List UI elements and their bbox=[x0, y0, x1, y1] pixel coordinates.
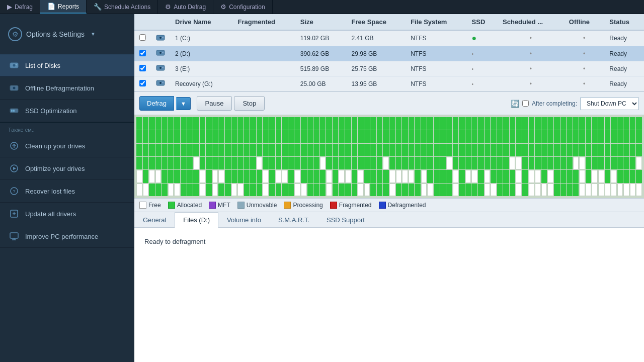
list-of-disks-label: List of Disks bbox=[25, 62, 60, 69]
grid-cell bbox=[579, 157, 585, 169]
grid-cell bbox=[421, 184, 427, 196]
col-free-space[interactable]: Free Space bbox=[347, 14, 406, 30]
sidebar-item-optimize[interactable]: Optimize your drives bbox=[0, 157, 134, 180]
row-drive-icon-cell bbox=[151, 30, 170, 46]
grid-cell bbox=[547, 117, 553, 130]
tab-files[interactable]: Files (D:) bbox=[175, 212, 218, 228]
legend-free: Free bbox=[139, 202, 161, 209]
tab-volume[interactable]: Volume info bbox=[218, 212, 270, 228]
table-row[interactable]: Recovery (G:) 25.00 GB 13.95 GB NTFS • •… bbox=[134, 76, 644, 92]
grid-cell bbox=[294, 170, 300, 183]
grid-cell bbox=[320, 130, 326, 143]
nav-item-auto-defrag[interactable]: ⚙ Auto Defrag bbox=[158, 0, 213, 14]
stop-button[interactable]: Stop bbox=[234, 96, 265, 111]
grid-cell bbox=[370, 157, 376, 169]
grid-cell bbox=[478, 117, 484, 130]
row-checkbox-cell[interactable] bbox=[134, 46, 151, 61]
tab-general[interactable]: General bbox=[134, 212, 175, 228]
grid-cell bbox=[206, 157, 212, 169]
after-completing-checkbox[interactable] bbox=[522, 100, 529, 107]
grid-cell bbox=[352, 170, 358, 183]
grid-cell bbox=[212, 130, 218, 143]
grid-cell bbox=[547, 184, 553, 196]
grid-cell bbox=[623, 130, 629, 143]
grid-cell bbox=[250, 184, 256, 196]
row-checkbox[interactable] bbox=[139, 80, 146, 86]
svg-rect-31 bbox=[162, 67, 164, 68]
grid-cell bbox=[579, 117, 585, 130]
grid-cell bbox=[389, 117, 395, 130]
row-status: Ready bbox=[604, 61, 644, 76]
pause-button[interactable]: Pause bbox=[197, 96, 232, 111]
nav-item-reports[interactable]: 📄 Reports bbox=[40, 0, 87, 14]
col-offline[interactable]: Offline bbox=[564, 14, 604, 30]
refresh-icon[interactable]: 🔄 bbox=[511, 100, 519, 108]
nav-item-config[interactable]: ⚙ Configuration bbox=[213, 0, 272, 14]
grid-cell bbox=[193, 157, 199, 169]
grid-cell bbox=[421, 130, 427, 143]
grid-cell bbox=[592, 157, 598, 169]
sidebar-item-improve-pc[interactable]: Improve PC performance bbox=[0, 225, 134, 248]
defrag-dropdown-button[interactable]: ▼ bbox=[176, 97, 191, 110]
row-size: 119.02 GB bbox=[295, 30, 347, 46]
tab-smart[interactable]: S.M.A.R.T. bbox=[270, 212, 318, 228]
also-label: Также см.: bbox=[0, 122, 134, 135]
options-settings-button[interactable]: ⚙ Options & Settings ▼ bbox=[0, 14, 134, 54]
grid-cell bbox=[244, 184, 250, 196]
grid-cell bbox=[471, 130, 477, 143]
grid-cell bbox=[181, 130, 187, 143]
nav-item-schedule[interactable]: 🔧 Schedule Actions bbox=[87, 0, 158, 14]
grid-cell bbox=[212, 170, 218, 183]
col-scheduled[interactable]: Scheduled ... bbox=[498, 14, 564, 30]
col-status[interactable]: Status bbox=[604, 14, 644, 30]
svg-point-34 bbox=[160, 82, 161, 83]
grid-cell bbox=[586, 117, 592, 130]
sidebar-item-update-drivers[interactable]: Update all drivers bbox=[0, 203, 134, 225]
col-size[interactable]: Size bbox=[295, 14, 347, 30]
defrag-button[interactable]: Defrag bbox=[139, 96, 174, 111]
table-row[interactable]: 2 (D:) 390.62 GB 29.98 GB NTFS • • • Rea… bbox=[134, 46, 644, 61]
grid-cell bbox=[345, 117, 351, 130]
grid-cell bbox=[485, 130, 491, 143]
row-ssd: • bbox=[467, 46, 498, 61]
sidebar-item-list-of-disks[interactable]: List of Disks bbox=[0, 54, 134, 77]
row-checkbox[interactable] bbox=[139, 50, 146, 56]
row-checkbox-cell[interactable] bbox=[134, 30, 151, 46]
sidebar-item-cleanup[interactable]: Clean up your drives bbox=[0, 135, 134, 157]
after-completing-select[interactable]: Shut Down PC bbox=[580, 97, 639, 110]
legend-defragmented: Defragmented bbox=[379, 202, 426, 209]
col-drive-name[interactable]: Drive Name bbox=[170, 14, 233, 30]
grid-cell bbox=[339, 144, 345, 156]
sidebar-item-ssd-optimization[interactable]: SSD Optimization bbox=[0, 100, 134, 122]
legend-processing-box bbox=[284, 202, 291, 209]
tab-ssd-support[interactable]: SSD Support bbox=[318, 212, 373, 228]
grid-cell bbox=[535, 170, 541, 183]
grid-cell bbox=[453, 117, 459, 130]
sidebar-item-offline-defrag[interactable]: Offline Defragmentation bbox=[0, 77, 134, 100]
grid-cell bbox=[522, 130, 528, 143]
table-row[interactable]: 1 (C:) 119.02 GB 2.41 GB NTFS ● • • Read… bbox=[134, 30, 644, 46]
row-free-space: 2.41 GB bbox=[347, 30, 406, 46]
grid-cell bbox=[257, 130, 263, 143]
row-ssd: ● bbox=[467, 30, 498, 46]
grid-cell bbox=[636, 184, 642, 196]
grid-cell bbox=[485, 157, 491, 169]
row-checkbox[interactable] bbox=[139, 34, 146, 41]
sidebar-item-recover[interactable]: ? Recover lost files bbox=[0, 180, 134, 203]
table-row[interactable]: 3 (E:) 515.89 GB 25.75 GB NTFS • • • Rea… bbox=[134, 61, 644, 76]
grid-cell bbox=[326, 170, 332, 183]
grid-cell bbox=[282, 144, 288, 156]
col-filesystem[interactable]: File System bbox=[406, 14, 466, 30]
row-checkbox-cell[interactable] bbox=[134, 61, 151, 76]
nav-item-defrag[interactable]: ▶ Defrag bbox=[0, 0, 40, 14]
grid-cell bbox=[237, 184, 244, 196]
grid-cell bbox=[579, 144, 585, 156]
col-ssd[interactable]: SSD bbox=[467, 14, 498, 30]
grid-cell bbox=[352, 184, 358, 196]
grid-cell bbox=[155, 157, 162, 169]
col-fragmented[interactable]: Fragmented bbox=[233, 14, 295, 30]
row-checkbox[interactable] bbox=[139, 65, 146, 71]
row-checkbox-cell[interactable] bbox=[134, 76, 151, 92]
grid-cell bbox=[174, 117, 180, 130]
grid-cell bbox=[427, 117, 433, 130]
